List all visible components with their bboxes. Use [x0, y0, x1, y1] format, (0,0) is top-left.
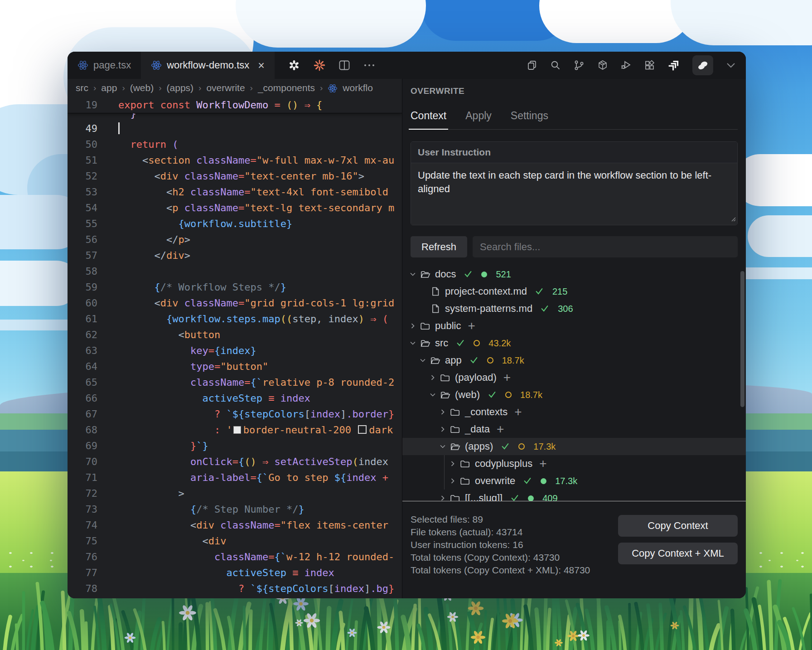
code-line[interactable]: 56 </p>	[68, 232, 402, 247]
code-line[interactable]: 51 <section className="w-full max-w-7xl …	[68, 152, 402, 168]
source-control-icon[interactable]	[574, 60, 585, 71]
code-line[interactable]: 68 : 'border-neutral-200 dark	[68, 422, 402, 438]
code-line[interactable]: 57 </div>	[68, 247, 402, 263]
add-icon[interactable]: +	[503, 371, 511, 384]
chevron-down-icon[interactable]	[726, 62, 736, 68]
tree-row--slug-[interactable]: [[...slug]]409	[402, 490, 746, 501]
breadcrumb-item[interactable]: src	[76, 82, 88, 93]
tab-workflow-demo-tsx[interactable]: workflow-demo.tsx ×	[141, 52, 275, 79]
tab-settings[interactable]: Settings	[511, 110, 548, 122]
tree-row-system-patterns-md[interactable]: system-patterns.md306	[402, 300, 746, 317]
tree-row--contexts[interactable]: _contexts+	[402, 403, 746, 421]
code-line[interactable]: 76 className={`w-12 h-12 rounded-	[68, 549, 402, 565]
chevron-right-icon[interactable]	[439, 494, 450, 501]
user-instruction-input[interactable]: Update the text in each step card in the…	[411, 163, 737, 225]
cloud-icon[interactable]	[692, 55, 713, 75]
code-area[interactable]: 19export const WorkflowDemo = () ⇒ { } 4…	[68, 97, 402, 598]
code-line[interactable]: 64 type="button"	[68, 359, 402, 374]
add-icon[interactable]: +	[468, 320, 475, 332]
code-line[interactable]: 19export const WorkflowDemo = () ⇒ {	[68, 97, 402, 113]
chevron-right-icon[interactable]	[449, 460, 460, 468]
search-files-input[interactable]	[473, 236, 738, 257]
close-icon[interactable]: ×	[258, 60, 265, 71]
code-line[interactable]: 59 {/* Workflow Steps */}	[68, 279, 402, 295]
chevron-right-icon[interactable]	[429, 374, 440, 382]
run-debug-icon[interactable]	[621, 60, 632, 71]
scrollbar-thumb[interactable]	[740, 271, 744, 407]
breadcrumb-item[interactable]: _components	[258, 82, 315, 93]
code-line[interactable]: 49	[68, 121, 402, 136]
code-line[interactable]: 74 <div className="flex items-center	[68, 517, 402, 533]
breadcrumb[interactable]: src›app›(web)›(apps)›overwrite›_componen…	[68, 79, 402, 97]
chevron-down-icon[interactable]	[409, 270, 420, 278]
code-line[interactable]: 55 {workflow.subtitle}	[68, 216, 402, 232]
tree-row-docs[interactable]: docs521	[402, 266, 746, 283]
tree-row--apps-[interactable]: (apps)17.3k	[402, 438, 746, 455]
tree-row-src[interactable]: src43.2k	[402, 335, 746, 352]
refresh-button[interactable]: Refresh	[411, 236, 467, 257]
code-line[interactable]: 67 ? `${stepColors[index].border}	[68, 406, 402, 422]
tab-context[interactable]: Context	[411, 110, 446, 122]
chevron-right-icon[interactable]	[439, 408, 450, 416]
code-line[interactable]: 77 activeStep ≡ index	[68, 565, 402, 581]
breadcrumb-item[interactable]: workflo	[343, 82, 373, 93]
code-line[interactable]: 75 <div	[68, 533, 402, 549]
add-icon[interactable]: +	[539, 457, 546, 470]
more-ellipsis-icon[interactable]	[363, 63, 375, 67]
code-line[interactable]: 50 return (	[68, 136, 402, 152]
chevron-down-icon[interactable]	[409, 339, 420, 347]
supermaven-arrows-icon[interactable]	[668, 59, 680, 71]
tree-row--data[interactable]: _data+	[402, 421, 746, 438]
code-line[interactable]: 66 activeStep ≡ index	[68, 390, 402, 406]
breadcrumb-item[interactable]: overwrite	[206, 82, 245, 93]
chevron-down-icon[interactable]	[429, 391, 440, 399]
tab-apply[interactable]: Apply	[465, 110, 492, 122]
chevron-right-icon[interactable]	[409, 322, 420, 330]
tree-row-codyplusplus[interactable]: codyplusplus+	[402, 455, 746, 472]
code-line[interactable]: 54 <p className="text-lg text-secondary …	[68, 200, 402, 216]
add-icon[interactable]: +	[497, 423, 504, 436]
copy-icon[interactable]	[527, 60, 537, 71]
tree-row-app[interactable]: app18.7k	[402, 352, 746, 369]
add-icon[interactable]: +	[514, 406, 522, 418]
code-line[interactable]: }	[68, 113, 402, 121]
search-icon[interactable]	[550, 60, 561, 71]
breadcrumb-item[interactable]: app	[101, 82, 117, 93]
chevron-down-icon[interactable]	[439, 442, 450, 451]
cloud	[236, 0, 426, 48]
code-line[interactable]: 73 {/* Step Number */}	[68, 501, 402, 517]
code-line[interactable]: 62 <button	[68, 327, 402, 343]
code-line[interactable]: 70 onClick={() ⇒ setActiveStep(index	[68, 454, 402, 470]
chevron-right-icon[interactable]	[439, 425, 450, 433]
tab-page-tsx[interactable]: page.tsx	[68, 52, 141, 79]
code-line[interactable]: 72 >	[68, 485, 402, 501]
tree-row--payload-[interactable]: (payload)+	[402, 369, 746, 386]
tree-row-overwrite[interactable]: overwrite17.3k	[402, 472, 746, 490]
code-line[interactable]: 58	[68, 263, 402, 279]
chevron-right-icon[interactable]	[449, 477, 460, 485]
code-line[interactable]: 52 <div className="text-center mb-16">	[68, 168, 402, 184]
code-line[interactable]: 53 <h2 className="text-4xl font-semibold	[68, 184, 402, 200]
code-line[interactable]: 61 {workflow.steps.map((step, index) ⇒ (	[68, 311, 402, 327]
openai-logo-icon[interactable]	[288, 59, 300, 71]
breadcrumb-item[interactable]: (web)	[130, 82, 154, 93]
tree-row-project-context-md[interactable]: project-context.md215	[402, 283, 746, 300]
code-line[interactable]: 60 <div className="grid grid-cols-1 lg:g…	[68, 295, 402, 311]
split-editor-icon[interactable]	[339, 60, 350, 70]
code-line[interactable]: 71 aria-label={`Go to step ${index +	[68, 470, 402, 485]
code-line[interactable]: 65 className={`relative p-8 rounded-2	[68, 374, 402, 390]
package-cube-icon[interactable]	[597, 60, 608, 71]
code-line[interactable]: 69 }`}	[68, 438, 402, 454]
copy-context-button[interactable]: Copy Context	[618, 515, 738, 537]
toolbar-icons	[275, 52, 389, 79]
copy-context-xml-button[interactable]: Copy Context + XML	[618, 543, 738, 564]
extensions-icon[interactable]	[644, 60, 655, 71]
breadcrumb-item[interactable]: (apps)	[167, 82, 194, 93]
code-line[interactable]: 78 ? `${stepColors[index].bg}	[68, 581, 402, 597]
tree-row-public[interactable]: public+	[402, 317, 746, 335]
tree-row--web-[interactable]: (web)18.7k	[402, 386, 746, 403]
starburst-icon[interactable]	[314, 59, 325, 71]
chevron-down-icon[interactable]	[419, 356, 430, 364]
code-line[interactable]: 63 key={index}	[68, 343, 402, 359]
resize-grip-icon[interactable]	[730, 215, 736, 223]
